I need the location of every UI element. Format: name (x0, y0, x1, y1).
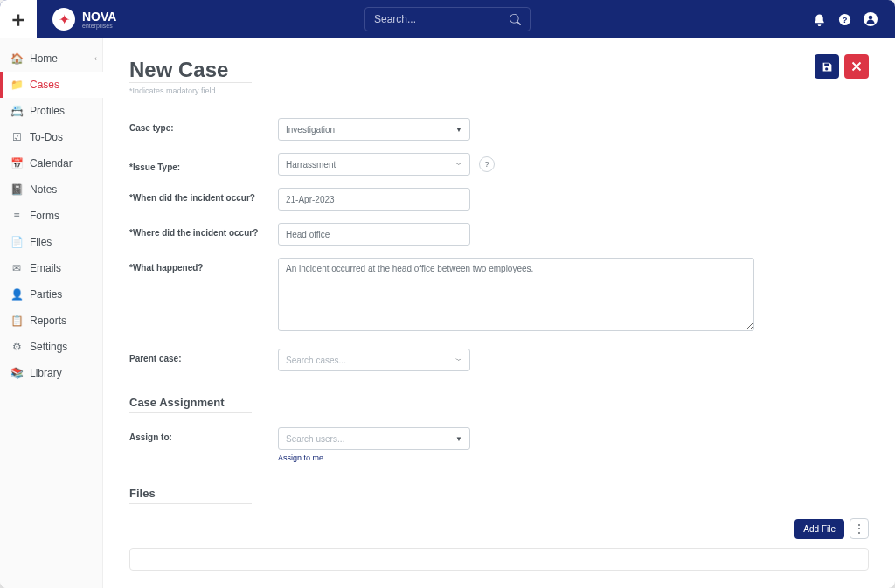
sidebar-item-label: Forms (30, 210, 59, 222)
sidebar-item-parties[interactable]: 👤Parties (0, 281, 102, 308)
what-label: *What happened? (129, 258, 278, 273)
files-icon: 📄 (10, 236, 23, 248)
when-label: *When did the incident occur? (129, 188, 278, 203)
case-type-label: Case type: (129, 118, 278, 133)
sidebar-item-notes[interactable]: 📓Notes (0, 176, 102, 203)
svg-point-3 (869, 16, 873, 20)
logo-badge: ✦ (52, 8, 75, 31)
svg-text:?: ? (843, 16, 848, 24)
sidebar-item-label: Emails (30, 262, 61, 274)
reports-icon: 📋 (10, 315, 23, 327)
parent-case-label: Parent case: (129, 349, 278, 363)
assignment-heading: Case Assignment (129, 396, 869, 409)
sidebar-item-emails[interactable]: ✉Emails (0, 255, 102, 281)
main-content: New Case *Indicates madatory field Case … (103, 38, 895, 588)
library-icon: 📚 (10, 367, 23, 379)
where-input[interactable] (278, 223, 470, 246)
star-icon: ✦ (59, 11, 70, 28)
page-title: New Case (129, 58, 869, 82)
brand-logo[interactable]: ✦ NOVA enterprises (52, 8, 116, 31)
assign-to-label: Assign to: (129, 427, 278, 442)
sidebar-item-todos[interactable]: ☑To-Dos (0, 124, 102, 150)
search-box[interactable] (364, 7, 531, 31)
check-icon: ☑ (10, 131, 23, 143)
caret-down-icon: ▼ (455, 435, 462, 443)
home-icon: 🏠 (10, 52, 23, 65)
assign-to-me-link[interactable]: Assign to me (278, 453, 470, 462)
sidebar-item-files[interactable]: 📄Files (0, 229, 102, 255)
notes-icon: 📓 (10, 183, 23, 196)
add-file-button[interactable]: Add File (794, 519, 844, 539)
top-header: ＋ ✦ NOVA enterprises ? (0, 0, 895, 38)
sidebar-item-calendar[interactable]: 📅Calendar (0, 150, 102, 176)
sidebar-item-forms[interactable]: ≡Forms (0, 203, 102, 229)
emails-icon: ✉ (10, 262, 23, 274)
sidebar-item-label: Calendar (30, 157, 73, 169)
sidebar-item-library[interactable]: 📚Library (0, 360, 102, 386)
user-icon[interactable] (864, 12, 878, 26)
forms-icon: ≡ (10, 210, 23, 222)
save-icon (822, 61, 833, 73)
notifications-icon[interactable] (813, 13, 826, 26)
sidebar-item-label: To-Dos (30, 131, 63, 143)
sidebar-item-label: Reports (30, 315, 66, 327)
issue-type-value: Harrassment (286, 160, 336, 169)
divider (129, 503, 252, 504)
page-actions (815, 54, 869, 79)
header-actions: ? (813, 12, 895, 26)
sidebar-item-label: Home (30, 52, 58, 65)
file-more-button[interactable]: ⋮ (850, 518, 869, 539)
divider (129, 412, 252, 413)
app-window: ＋ ✦ NOVA enterprises ? (0, 0, 895, 588)
case-type-value: Investigation (286, 125, 335, 135)
sidebar-item-settings[interactable]: ⚙Settings (0, 334, 102, 360)
folder-icon: 📁 (10, 79, 23, 91)
sidebar-item-cases[interactable]: 📁Cases (0, 72, 103, 98)
caret-down-icon: ▼ (455, 126, 462, 134)
parent-case-select[interactable]: Search cases... ﹀ (278, 349, 470, 371)
chevron-left-icon: ‹ (94, 54, 97, 63)
parties-icon: 👤 (10, 288, 23, 301)
search-container (364, 7, 531, 31)
assign-to-select[interactable]: Search users... ▼ (278, 427, 470, 450)
brand-name: NOVA (82, 10, 116, 23)
search-icon[interactable] (510, 14, 521, 25)
brand-subtitle: enterprises (82, 23, 116, 29)
mandatory-note: *Indicates madatory field (129, 86, 869, 95)
body: 🏠Home‹ 📁Cases 📇Profiles ☑To-Dos 📅Calenda… (0, 38, 895, 588)
kebab-icon: ⋮ (854, 522, 864, 535)
sidebar-item-label: Files (30, 236, 52, 248)
add-button[interactable]: ＋ (0, 0, 37, 38)
files-heading: Files (129, 487, 869, 500)
question-icon: ? (484, 160, 489, 169)
chevron-down-icon: ﹀ (455, 356, 462, 365)
profile-icon: 📇 (10, 105, 23, 117)
sidebar-item-label: Parties (30, 288, 62, 301)
issue-type-help[interactable]: ? (479, 156, 495, 172)
file-list-placeholder (129, 548, 869, 571)
case-type-select[interactable]: Investigation ▼ (278, 118, 470, 141)
issue-type-select[interactable]: Harrassment ﹀ (278, 153, 470, 176)
settings-icon: ⚙ (10, 341, 23, 353)
issue-type-label: *Issue Type: (129, 157, 278, 172)
what-textarea[interactable] (278, 258, 754, 331)
where-label: *Where did the incident occur? (129, 223, 278, 238)
sidebar-item-label: Settings (30, 341, 67, 353)
cancel-button[interactable] (844, 54, 869, 79)
chevron-down-icon: ﹀ (455, 160, 462, 169)
sidebar-item-label: Cases (30, 79, 59, 91)
sidebar: 🏠Home‹ 📁Cases 📇Profiles ☑To-Dos 📅Calenda… (0, 38, 103, 588)
sidebar-item-profiles[interactable]: 📇Profiles (0, 98, 102, 124)
divider (129, 82, 252, 83)
sidebar-item-label: Library (30, 367, 62, 379)
files-actions: Add File ⋮ (129, 518, 869, 539)
sidebar-item-label: Profiles (30, 105, 65, 117)
sidebar-item-reports[interactable]: 📋Reports (0, 308, 102, 334)
parent-case-placeholder: Search cases... (286, 356, 346, 365)
sidebar-item-home[interactable]: 🏠Home‹ (0, 45, 102, 72)
save-button[interactable] (815, 54, 839, 79)
when-input[interactable] (278, 188, 470, 211)
search-input[interactable] (374, 13, 510, 25)
assign-to-placeholder: Search users... (286, 434, 344, 444)
help-icon[interactable]: ? (838, 13, 851, 26)
